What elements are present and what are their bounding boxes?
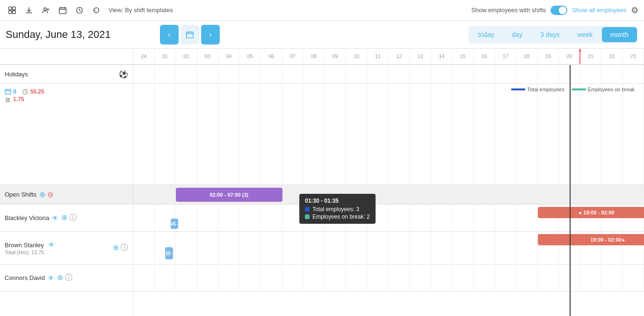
- refresh-icon[interactable]: [90, 4, 103, 17]
- grid-cell: [580, 265, 602, 291]
- grid-cell: [431, 65, 453, 83]
- calendar-stat-icon: [5, 88, 11, 95]
- grid-cell: [282, 232, 304, 264]
- clock-icon[interactable]: [73, 4, 86, 17]
- grid-cell: [495, 205, 517, 231]
- grid-cell: [325, 205, 347, 231]
- grid-cell: [197, 265, 219, 291]
- view-3days[interactable]: 3 days: [532, 27, 568, 42]
- grid-cell: [282, 205, 304, 231]
- grid-cell: [410, 185, 432, 204]
- grid-cell: [282, 84, 304, 184]
- legend-total-color: [511, 88, 525, 90]
- prev-button[interactable]: ‹: [160, 25, 179, 44]
- grid-cell: [133, 232, 155, 264]
- grid-cell: [516, 265, 538, 291]
- brown-action-icons: ⊕ ⓘ: [113, 243, 128, 253]
- grid-cell: [623, 265, 644, 291]
- grid-cell: [410, 232, 432, 264]
- employee-blackley-header: Blackley Victoria 👁 ⊕ ⓘ: [0, 205, 133, 232]
- show-all-label[interactable]: Show all employees: [572, 7, 626, 14]
- view-month[interactable]: month: [602, 27, 637, 42]
- current-date: Sunday, June 13, 2021: [6, 29, 123, 41]
- grid-cell: [368, 84, 389, 184]
- time-col-13: 13: [410, 49, 432, 64]
- view-day[interactable]: day: [504, 27, 531, 42]
- holidays-timeline-row: [133, 65, 644, 84]
- grid-cell: [601, 265, 623, 291]
- download-icon[interactable]: [22, 4, 36, 17]
- remove-shift-icon[interactable]: ⊖: [47, 190, 53, 199]
- grid-cell: [304, 205, 325, 231]
- grid-cell: [453, 65, 474, 83]
- grid-cell: [325, 232, 347, 264]
- clock-stat-icon: [22, 88, 29, 95]
- grid-cell: [389, 232, 410, 264]
- grid-cell: [133, 84, 155, 184]
- grid-cell: [133, 205, 155, 231]
- time-col-19: 19: [538, 49, 559, 64]
- brown-shift-2[interactable]: 🕐 01:30 - 01:45: [165, 247, 173, 259]
- grid-cell: [601, 185, 623, 204]
- connors-add-icon[interactable]: ⊕: [57, 273, 63, 283]
- add-shift-icon[interactable]: ⊕: [39, 190, 45, 199]
- grid-cell: [346, 205, 368, 231]
- holiday-globe-icon: ⚽: [119, 70, 128, 79]
- add-view-icon[interactable]: [6, 4, 19, 17]
- open-shift-block[interactable]: 02:00 - 07:00 (3): [176, 188, 282, 202]
- grid-cell: [155, 185, 176, 204]
- time-col-02: 02: [176, 49, 197, 64]
- connors-info-icon[interactable]: ⓘ: [65, 273, 72, 283]
- grid-cell: [623, 185, 644, 204]
- grid-cell: [495, 84, 517, 184]
- calendar-picker-button[interactable]: [181, 25, 199, 44]
- brown-info-icon[interactable]: ⓘ: [121, 243, 128, 253]
- blackley-info-icon[interactable]: ⓘ: [69, 213, 77, 223]
- grid-cell: [368, 65, 389, 83]
- view-today[interactable]: today: [470, 27, 502, 42]
- grid-cell: [325, 84, 347, 184]
- time-col-20: 20▼: [559, 49, 580, 64]
- header-spacer: [0, 49, 133, 65]
- grid-cell: [261, 65, 282, 83]
- grid-cell: [368, 232, 389, 264]
- grid-cell: [346, 265, 368, 291]
- open-shifts-header: Open Shifts ⊕ ⊖: [0, 185, 133, 205]
- next-button[interactable]: ›: [201, 25, 220, 44]
- grid-cell: [282, 65, 304, 83]
- blackley-shift-1[interactable]: ◄ 19:00 - 02:00: [538, 207, 644, 218]
- time-col-18: 18: [516, 49, 538, 64]
- blackley-add-icon[interactable]: ⊕: [61, 213, 67, 223]
- employee-blackley-name: Blackley Victoria: [5, 214, 49, 221]
- grid-cell: [133, 185, 155, 204]
- time-col-12: 12: [389, 49, 410, 64]
- time-col-10: 10: [346, 49, 368, 64]
- blackley-shift-2[interactable]: 🕐 01:45 - 02:00: [171, 219, 179, 229]
- view-label: View: By shift templates: [109, 7, 173, 14]
- grid-cell: [197, 84, 219, 184]
- grid-cell: [601, 84, 623, 184]
- grid-cell: [623, 84, 644, 184]
- brown-add-icon[interactable]: ⊕: [113, 243, 119, 253]
- settings-icon[interactable]: ⚙: [631, 5, 638, 15]
- grid-cell: [368, 185, 389, 204]
- time-col-07: 07: [282, 49, 304, 64]
- show-employees-toggle[interactable]: [550, 6, 567, 15]
- grid-cell: [261, 84, 282, 184]
- brown-eye-icon[interactable]: 👁: [48, 241, 55, 249]
- brown-shift-3[interactable]: 19:00 - 02:00 ►: [567, 234, 644, 245]
- grid-cell: [516, 232, 538, 264]
- connors-eye-icon[interactable]: 👁: [48, 274, 54, 282]
- grid-cell: [133, 265, 155, 291]
- grid-cell: [218, 265, 240, 291]
- blackley-eye-icon[interactable]: 👁: [52, 214, 58, 222]
- calendar-icon[interactable]: [56, 4, 69, 17]
- add-person-icon[interactable]: [39, 4, 52, 17]
- grid-cell: [240, 84, 261, 184]
- time-col-16: 16: [474, 49, 495, 64]
- grid-cell: [176, 232, 197, 264]
- view-week[interactable]: week: [569, 27, 601, 42]
- connors-action-icons: ⊕ ⓘ: [57, 273, 72, 283]
- svg-rect-7: [187, 32, 193, 38]
- grid-cell: [538, 84, 559, 184]
